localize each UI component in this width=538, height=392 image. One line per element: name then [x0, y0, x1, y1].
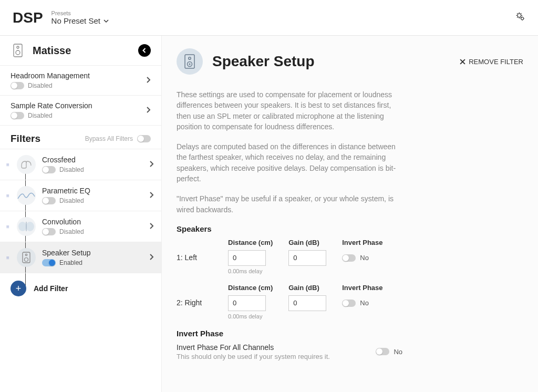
filter-title: Parametric EQ [42, 187, 149, 195]
chevron-right-icon [149, 252, 154, 263]
distance-input[interactable] [228, 295, 266, 311]
add-filter-row[interactable]: + Add Filter [0, 273, 161, 304]
filter-title: Convolution [42, 218, 149, 226]
filter-toggle[interactable] [42, 197, 56, 204]
invert-all-toggle[interactable] [376, 348, 389, 355]
distance-label: Distance (cm) [228, 284, 273, 292]
chevron-right-icon [149, 221, 154, 232]
speaker-row: 2: Right Distance (cm) 0.00ms delay Gain… [177, 284, 523, 319]
speaker-setup-icon [177, 48, 203, 75]
invert-phase-section-title: Invert Phase [177, 329, 523, 338]
filter-icon [16, 217, 37, 236]
distance-label: Distance (cm) [228, 239, 273, 246]
presets-label: Presets [51, 10, 109, 16]
chevron-right-icon [146, 75, 151, 86]
speaker-label: 1: Left [177, 239, 228, 262]
invert-all-value: No [394, 348, 402, 356]
svg-point-5 [18, 222, 27, 231]
filter-toggle[interactable] [42, 166, 56, 173]
gain-label: Gain (dB) [288, 284, 326, 292]
add-icon: + [11, 281, 26, 296]
chevron-right-icon [146, 105, 151, 116]
chevron-left-icon [142, 48, 147, 53]
drag-handle-icon[interactable]: ≡ [6, 193, 13, 199]
svg-point-3 [17, 46, 19, 48]
preset-selector[interactable]: Presets No Preset Set [51, 10, 109, 25]
gain-label: Gain (dB) [288, 239, 326, 246]
filter-status: Enabled [59, 259, 82, 266]
svg-point-0 [518, 14, 521, 17]
preset-value: No Preset Set [51, 16, 100, 25]
content-panel: Speaker Setup REMOVE FILTER These settin… [162, 36, 538, 392]
sidebar-item-sample-rate-conversion[interactable]: Sample Rate Conversion Disabled [0, 96, 161, 126]
svg-point-11 [189, 57, 191, 59]
svg-point-4 [16, 50, 20, 55]
remove-filter-button[interactable]: REMOVE FILTER [460, 58, 523, 66]
invert-phase-value: No [360, 254, 369, 262]
settings-icon[interactable] [515, 11, 525, 24]
filters-header: Filters Bypass All Filters [0, 126, 161, 149]
bypass-label: Bypass All Filters [85, 135, 133, 142]
invert-phase-toggle[interactable] [342, 300, 356, 307]
filter-status: Disabled [59, 197, 84, 204]
filter-status: Disabled [59, 228, 84, 235]
close-icon [460, 59, 465, 65]
svg-point-6 [26, 222, 34, 231]
invert-phase-toggle[interactable] [342, 254, 356, 262]
drag-handle-icon[interactable]: ≡ [6, 162, 13, 168]
filters-title: Filters [11, 133, 85, 145]
content-title: Speaker Setup [212, 53, 460, 70]
filter-icon [16, 186, 37, 205]
invert-phase-value: No [360, 299, 369, 307]
zone-header: Matisse [0, 36, 161, 66]
chevron-right-icon [149, 190, 154, 201]
filter-title: Speaker Setup [42, 249, 149, 257]
distance-input[interactable] [228, 250, 266, 266]
remove-filter-label: REMOVE FILTER [469, 58, 523, 66]
toggle-status: Disabled [28, 112, 53, 119]
filter-item-speaker-setup[interactable]: ≡ Speaker Setup Enabled [0, 242, 161, 273]
filter-item-parametric-eq[interactable]: ≡ Parametric EQ Disabled [0, 180, 161, 211]
zone-speaker-icon [11, 43, 25, 58]
drag-handle-icon[interactable]: ≡ [6, 224, 13, 230]
invert-phase-label: Invert Phase [342, 284, 382, 292]
svg-point-8 [25, 254, 27, 255]
desc-paragraph-1: These settings are used to compensate fo… [177, 89, 402, 132]
gain-input[interactable] [288, 250, 326, 266]
back-button[interactable] [138, 44, 151, 57]
sidebar-item-title: Sample Rate Conversion [11, 101, 146, 110]
drag-handle-icon[interactable]: ≡ [6, 255, 13, 261]
invert-all-desc: This should only be used if your system … [177, 353, 355, 360]
filter-icon [16, 155, 37, 174]
delay-hint: 0.00ms delay [228, 268, 273, 274]
filter-status: Disabled [59, 166, 84, 173]
svg-point-1 [521, 17, 524, 20]
app-title: DSP [13, 9, 43, 26]
sidebar-item-title: Headroom Management [11, 71, 146, 80]
chevron-right-icon [149, 159, 154, 170]
filter-item-convolution[interactable]: ≡ Convolution Disabled [0, 211, 161, 242]
add-filter-label: Add Filter [34, 284, 68, 293]
toggle[interactable] [11, 112, 24, 119]
desc-paragraph-3: "Invert Phase" may be useful if a speake… [177, 193, 402, 215]
svg-point-9 [25, 258, 28, 262]
filter-toggle[interactable] [42, 228, 56, 235]
gain-input[interactable] [288, 295, 326, 311]
header: DSP Presets No Preset Set [0, 0, 538, 36]
filter-item-crossfeed[interactable]: ≡ Crossfeed Disabled [0, 149, 161, 180]
zone-name: Matisse [33, 45, 138, 57]
toggle-status: Disabled [28, 82, 53, 89]
filter-toggle[interactable] [42, 259, 56, 266]
sidebar: Matisse Headroom Management Disabled Sam… [0, 36, 162, 392]
invert-phase-label: Invert Phase [342, 239, 382, 246]
speakers-section-title: Speakers [177, 224, 523, 233]
speaker-label: 2: Right [177, 284, 228, 307]
filter-icon [16, 248, 37, 267]
desc-paragraph-2: Delays are computed based on the differe… [177, 141, 402, 184]
bypass-toggle[interactable] [137, 135, 151, 142]
svg-point-13 [189, 64, 191, 65]
sidebar-item-headroom-management[interactable]: Headroom Management Disabled [0, 66, 161, 96]
invert-all-title: Invert Phase For All Channels [177, 343, 355, 352]
toggle[interactable] [11, 82, 24, 89]
filter-title: Crossfeed [42, 156, 149, 164]
